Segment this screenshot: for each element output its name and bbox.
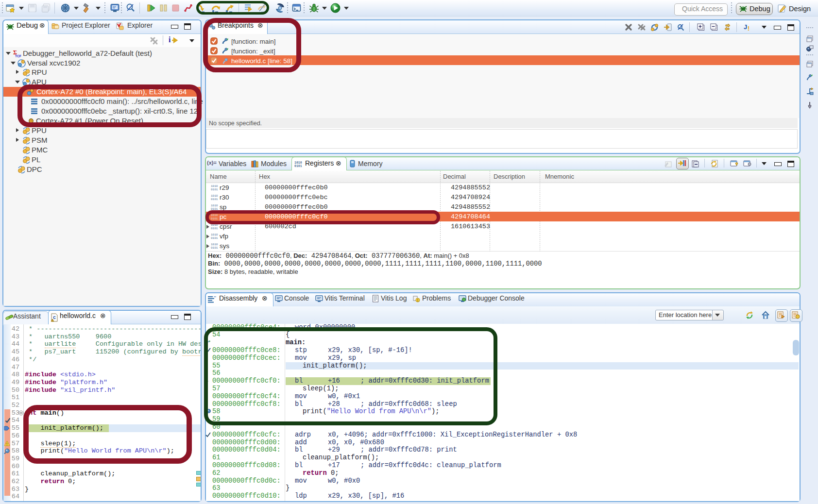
svg-text:!: ! [417,298,419,302]
svg-text:1010: 1010 [211,243,218,246]
svg-text:0101: 0101 [211,227,218,230]
svg-text:1010: 1010 [211,214,218,217]
svg-text:1010: 1010 [211,233,218,236]
svg-text:1010: 1010 [211,185,218,188]
svg-text:1010: 1010 [211,223,218,227]
svg-text:1010: 1010 [294,161,302,165]
svg-text:0101: 0101 [294,165,302,168]
svg-text:!: ! [748,25,750,32]
svg-text:J: J [744,23,747,31]
svg-text:0101: 0101 [211,188,218,191]
svg-text:c: c [53,315,56,320]
svg-text:0101: 0101 [211,217,218,220]
svg-text:!: ! [6,442,8,446]
svg-text:0101: 0101 [211,207,218,211]
svg-text:1010: 1010 [211,204,218,207]
svg-text:!: ! [52,319,53,322]
svg-text:0101: 0101 [211,236,218,240]
svg-text:0101: 0101 [211,198,218,201]
svg-text:0101: 0101 [211,246,218,250]
svg-text:TCF: TCF [15,54,21,58]
svg-text:1010: 1010 [211,194,218,198]
